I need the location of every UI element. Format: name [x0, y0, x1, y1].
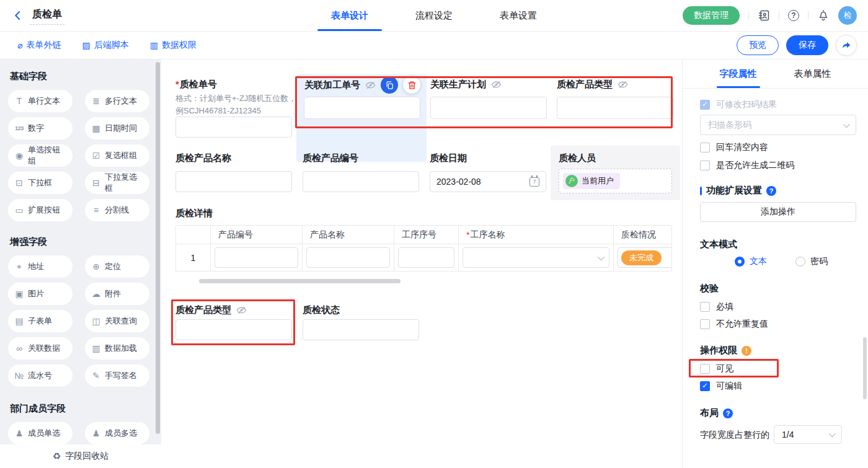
field-type-radio-group[interactable]: ◉单选按钮组 [8, 144, 73, 167]
field-type-checkbox-group[interactable]: ☑复选框组 [85, 144, 149, 167]
field-type-multi-select[interactable]: ⊟下拉复选框 [85, 172, 149, 194]
radio-unselected-icon [795, 257, 805, 267]
calendar-icon[interactable]: 7 [529, 177, 539, 187]
help-icon[interactable]: ? [788, 10, 799, 21]
notification-bell-icon[interactable] [817, 9, 830, 22]
field-label-status[interactable]: 质检状态 [303, 304, 340, 316]
chevron-down-icon [843, 120, 850, 127]
checkbox-required[interactable]: 必填 [700, 301, 733, 312]
input-production-plan[interactable] [430, 97, 547, 119]
field-type-number[interactable]: 123数字 [8, 117, 73, 139]
field-type-single-line-text[interactable]: T单行文本 [8, 90, 73, 112]
checkbox-icon-unchecked [700, 364, 710, 374]
width-value: 1/4 [782, 430, 794, 439]
field-type-serial-number[interactable]: №流水号 [8, 364, 73, 387]
field-label-process-order[interactable]: 关联加工单号 [304, 79, 360, 91]
panel-scrollbar[interactable] [863, 337, 867, 399]
user-avatar[interactable]: 检 [838, 6, 857, 25]
inspector-field-block[interactable]: 质检人员 户 当前用户 [551, 146, 680, 200]
trash-icon [407, 81, 417, 90]
input-inspect-date[interactable]: 2023-02-08 7 [430, 171, 546, 192]
radio-password-mode[interactable]: 密码 [795, 256, 828, 267]
properties-panel: 字段属性 表单属性 可修改扫码结果 扫描条形码 回车清空内容 是否允许生成二维码… [682, 60, 868, 468]
tab-flow-setting[interactable]: 流程设定 [409, 0, 459, 31]
form-external-link[interactable]: ⌀ 表单外链 [17, 40, 61, 51]
pill-label: 多行文本 [105, 95, 137, 107]
copy-field-button[interactable] [381, 76, 398, 94]
checkbox-visible[interactable]: 可见 [700, 363, 733, 374]
backend-script-link[interactable]: ▨ 后端脚本 [82, 40, 128, 51]
field-type-subform[interactable]: ▤子表单 [8, 310, 73, 332]
field-type-datetime[interactable]: ▦日期时间 [85, 117, 149, 139]
field-type-address[interactable]: ⌖地址 [8, 255, 73, 278]
data-manage-button[interactable]: 数据管理 [683, 6, 740, 25]
tab-form-setting[interactable]: 表单设置 [494, 0, 543, 31]
address-book-icon[interactable] [758, 9, 770, 22]
select-detail-process-name[interactable] [463, 247, 609, 268]
field-label-product-name[interactable]: 质检产品名称 [175, 152, 231, 164]
input-detail-product-code[interactable] [215, 247, 298, 268]
data-permission-link[interactable]: ▥ 数据权限 [150, 40, 197, 51]
help-icon[interactable]: ? [723, 408, 733, 418]
input-product-code[interactable] [303, 171, 419, 192]
layout-title: 布局 [700, 407, 719, 419]
share-button[interactable] [836, 35, 857, 56]
field-type-linked-data[interactable]: ∞关联数据 [8, 337, 73, 360]
field-type-linked-query[interactable]: ◫关联查询 [85, 310, 149, 332]
input-process-order[interactable] [304, 97, 420, 119]
save-button[interactable]: 保存 [786, 35, 828, 55]
input-product-type-top[interactable] [557, 97, 673, 119]
tab-field-properties[interactable]: 字段属性 [720, 60, 757, 88]
field-type-divider[interactable]: ≡分割线 [85, 199, 149, 221]
add-action-button[interactable]: 添加操作 [700, 202, 856, 222]
field-label-product-type-top[interactable]: 质检产品类型 [557, 79, 613, 91]
field-label-product-type-bottom[interactable]: 质检产品类型 [175, 304, 231, 316]
delete-field-button[interactable] [403, 76, 420, 94]
field-type-multi-line-text[interactable]: ≣多行文本 [85, 90, 149, 112]
field-label-order-no: *质检单号 [175, 79, 217, 91]
pill-label: 单选按钮组 [28, 144, 66, 167]
field-label-production-plan[interactable]: 关联生产计划 [430, 79, 486, 91]
field-type-image[interactable]: ▣图片 [8, 283, 73, 305]
input-order-no[interactable] [175, 117, 292, 138]
radio-text-mode[interactable]: 文本 [735, 256, 767, 267]
single-line-text-icon: T [14, 96, 24, 106]
sidebar-scrollbar[interactable] [156, 62, 160, 434]
field-label-product-code[interactable]: 质检产品编号 [303, 152, 358, 164]
field-label-detail[interactable]: 质检详情 [175, 208, 213, 219]
divider-icon: ≡ [91, 205, 101, 215]
field-type-data-load[interactable]: ▥数据加载 [85, 337, 149, 360]
input-status[interactable] [303, 319, 419, 340]
input-product-name[interactable] [175, 171, 292, 192]
field-label-inspect-date[interactable]: 质检日期 [430, 152, 467, 164]
help-icon[interactable]: ? [766, 186, 776, 196]
table-horizontal-scrollbar[interactable] [199, 279, 401, 283]
checkbox-no-duplicate[interactable]: 不允许重复值 [700, 319, 768, 330]
checkbox-editable[interactable]: 可编辑 [700, 381, 742, 392]
image-icon: ▣ [14, 289, 24, 299]
preview-button[interactable]: 预览 [737, 35, 779, 55]
tab-form-design[interactable]: 表单设计 [325, 0, 374, 31]
input-detail-product-name[interactable] [306, 247, 390, 268]
field-type-select[interactable]: ⊡下拉框 [8, 172, 73, 194]
scan-type-select[interactable]: 扫描条形码 [700, 115, 856, 135]
status-field-box[interactable]: 未完成 [618, 247, 672, 268]
page-title[interactable]: 质检单 [30, 7, 64, 25]
input-detail-process-index[interactable] [398, 247, 454, 268]
current-user-chip[interactable]: 户 当前用户 [563, 173, 620, 189]
checkbox-scan-editable[interactable]: 可修改扫码结果 [700, 99, 777, 110]
field-type-extend-button[interactable]: ▭扩展按钮 [8, 199, 73, 221]
width-select[interactable]: 1/4 [774, 425, 842, 444]
checkbox-clear-on-enter[interactable]: 回车清空内容 [700, 142, 768, 153]
field-type-location[interactable]: ⊕定位 [85, 255, 149, 278]
back-icon[interactable] [12, 10, 24, 21]
tab-form-properties[interactable]: 表单属性 [794, 60, 831, 88]
field-type-attachment[interactable]: ☁附件 [85, 283, 149, 305]
checkbox-allow-qrcode[interactable]: 是否允许生成二维码 [700, 160, 794, 171]
field-recycle-bin[interactable]: ♻ 字段回收站 [0, 444, 161, 468]
field-type-member-single[interactable]: ♟成员单选 [8, 422, 73, 444]
field-type-handwritten-signature[interactable]: ✎手写签名 [85, 364, 149, 387]
field-type-member-multi[interactable]: ♟成员多选 [85, 422, 149, 444]
input-product-type-bottom[interactable] [175, 319, 292, 340]
input-inspector[interactable]: 户 当前用户 [559, 169, 672, 193]
